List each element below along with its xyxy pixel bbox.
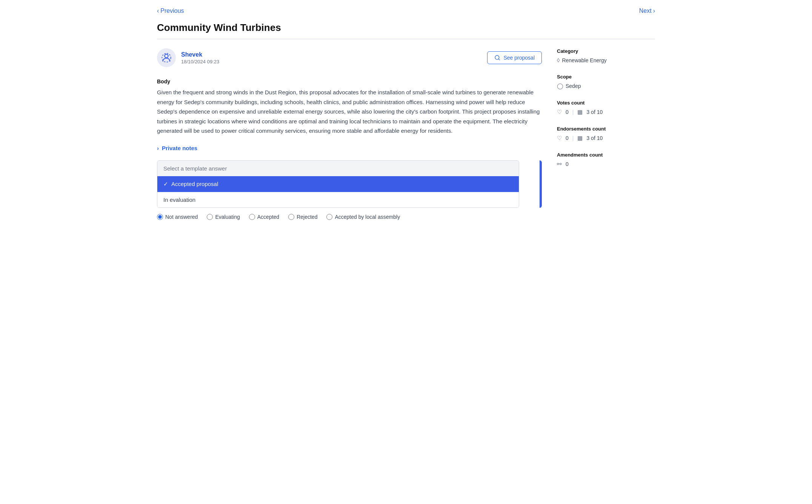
dropdown-option-accepted-label: Accepted proposal <box>171 181 218 187</box>
radio-evaluating-input[interactable] <box>207 214 213 220</box>
radio-not-answered-label: Not answered <box>165 214 198 220</box>
category-text: Renewable Energy <box>562 57 606 63</box>
author-row: Shevek 18/10/2024 09:23 See proposal <box>157 48 542 67</box>
chevron-right-icon: › <box>653 8 655 14</box>
template-dropdown[interactable]: Select a template answer ✓ Accepted prop… <box>157 160 519 208</box>
content-area: Shevek 18/10/2024 09:23 See proposal Bod… <box>157 48 655 220</box>
dropdown-option-evaluation[interactable]: In evaluation <box>157 192 519 207</box>
sidebar-votes-row: ♡ 0 | ▩ 3 of 10 <box>557 109 655 115</box>
previous-label: Previous <box>160 8 184 14</box>
sidebar-category-label: Category <box>557 48 655 54</box>
heart-outline-icon: ♡ <box>557 135 562 141</box>
private-notes-label: Private notes <box>162 145 197 151</box>
radio-accepted-local-label: Accepted by local assembly <box>335 214 400 220</box>
author-details: Shevek 18/10/2024 09:23 <box>181 51 219 65</box>
radio-accepted-input[interactable] <box>249 214 255 220</box>
svg-line-3 <box>499 59 500 60</box>
radio-accepted[interactable]: Accepted <box>249 214 279 220</box>
radio-evaluating-label: Evaluating <box>215 214 240 220</box>
radio-accepted-local[interactable]: Accepted by local assembly <box>326 214 400 220</box>
body-text: Given the frequent and strong winds in t… <box>157 88 542 136</box>
template-dropdown-wrapper: Select a template answer ✓ Accepted prop… <box>157 160 542 208</box>
sidebar-scope-label: Scope <box>557 74 655 80</box>
avatar <box>157 48 176 67</box>
navigation-bar: ‹ Previous Next › <box>157 8 655 14</box>
clock-icon: ◯ <box>557 83 563 89</box>
svg-point-0 <box>165 54 168 58</box>
scope-text: Sedep <box>566 83 581 89</box>
dropdown-right-border <box>540 160 542 208</box>
private-notes-toggle[interactable]: › Private notes <box>157 145 542 151</box>
author-name: Shevek <box>181 51 219 58</box>
heart-icon: ♡ <box>557 109 562 115</box>
endorsements-progress-value: 3 of 10 <box>586 135 603 141</box>
endorsements-count-value: 0 <box>566 135 569 141</box>
radio-evaluating[interactable]: Evaluating <box>207 214 240 220</box>
radio-accepted-local-input[interactable] <box>326 214 332 220</box>
next-label: Next <box>639 8 652 14</box>
dropdown-placeholder[interactable]: Select a template answer <box>157 161 519 176</box>
sidebar: Category ◊ Renewable Energy Scope ◯ Sede… <box>557 48 655 220</box>
votes-separator: | <box>572 109 574 115</box>
sidebar-endorsements-row: ♡ 0 | ▩ 3 of 10 <box>557 135 655 141</box>
main-column: Shevek 18/10/2024 09:23 See proposal Bod… <box>157 48 542 220</box>
sidebar-endorsements: Endorsements count ♡ 0 | ▩ 3 of 10 <box>557 126 655 141</box>
chevron-left-icon: ‹ <box>157 8 159 14</box>
sidebar-amendments-label: Amendments count <box>557 152 655 158</box>
check-icon: ✓ <box>163 181 168 187</box>
sidebar-scope: Scope ◯ Sedep <box>557 74 655 89</box>
next-link[interactable]: Next › <box>639 8 655 14</box>
amendments-count-value: 0 <box>566 161 569 167</box>
sidebar-votes-label: Votes count <box>557 100 655 106</box>
dropdown-option-accepted[interactable]: ✓ Accepted proposal <box>157 176 519 192</box>
radio-not-answered-input[interactable] <box>157 214 163 220</box>
divider <box>157 39 655 39</box>
sidebar-amendments: Amendments count ⚯ 0 <box>557 152 655 167</box>
votes-progress-value: 3 of 10 <box>586 109 603 115</box>
radio-group: Not answered Evaluating Accepted Rejecte… <box>157 214 542 220</box>
votes-count-value: 0 <box>566 109 569 115</box>
previous-link[interactable]: ‹ Previous <box>157 8 184 14</box>
sidebar-amendments-row: ⚯ 0 <box>557 161 655 167</box>
bar-chart-icon: ▩ <box>577 109 583 115</box>
branch-icon: ⚯ <box>557 161 562 167</box>
dropdown-option-evaluation-label: In evaluation <box>163 197 195 203</box>
sidebar-category: Category ◊ Renewable Energy <box>557 48 655 63</box>
radio-accepted-label: Accepted <box>257 214 279 220</box>
radio-rejected-label: Rejected <box>297 214 317 220</box>
sidebar-endorsements-label: Endorsements count <box>557 126 655 132</box>
sidebar-votes: Votes count ♡ 0 | ▩ 3 of 10 <box>557 100 655 115</box>
see-proposal-label: See proposal <box>503 55 535 61</box>
endorsements-separator: | <box>572 135 574 141</box>
tag-icon: ◊ <box>557 57 560 63</box>
chevron-right-icon: › <box>157 145 159 151</box>
bar-chart2-icon: ▩ <box>577 135 583 141</box>
see-proposal-button[interactable]: See proposal <box>487 51 542 64</box>
radio-rejected-input[interactable] <box>288 214 294 220</box>
radio-not-answered[interactable]: Not answered <box>157 214 198 220</box>
author-date: 18/10/2024 09:23 <box>181 59 219 65</box>
sidebar-scope-value: ◯ Sedep <box>557 83 655 89</box>
body-label: Body <box>157 78 542 85</box>
sidebar-category-value: ◊ Renewable Energy <box>557 57 655 63</box>
author-info: Shevek 18/10/2024 09:23 <box>157 48 219 67</box>
radio-rejected[interactable]: Rejected <box>288 214 317 220</box>
page-title: Community Wind Turbines <box>157 22 655 34</box>
